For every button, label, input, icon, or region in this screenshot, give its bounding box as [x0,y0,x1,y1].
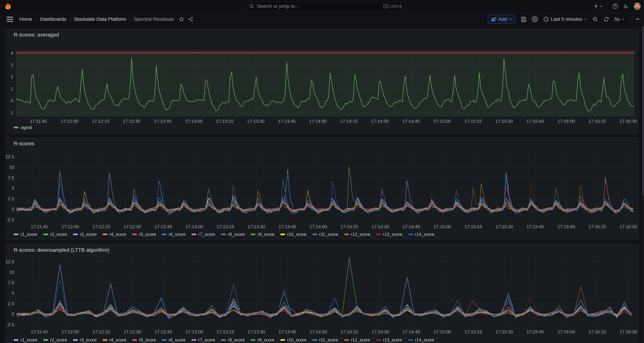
refresh-interval-picker[interactable]: 5s [614,17,624,22]
svg-text:17:15:45: 17:15:45 [526,119,544,124]
chart-canvas-rscores[interactable]: 12.5107.552.50-2.517:11:4517:12:0017:12:… [6,138,639,240]
clock-icon [543,16,549,22]
user-avatar[interactable] [634,3,641,10]
legend-item-r8_score[interactable]: r8_score [221,337,245,342]
legend-item-r4_score[interactable]: r4_score [102,232,126,237]
svg-text:2.5: 2.5 [8,196,14,201]
legend-item-r13_score[interactable]: r13_score [376,232,402,237]
legend-series-label: r11_score [319,337,338,342]
legend-item-r14_score[interactable]: r14_score [408,337,434,342]
legend-item-r9_score[interactable]: r9_score [251,337,274,342]
legend-item-r1_score[interactable]: r1_score [14,337,37,342]
add-panel-button[interactable]: Add [488,15,516,24]
breadcrumb: Home › Dashboards › Stackable Data Platf… [19,13,193,26]
svg-text:17:13:00: 17:13:00 [186,329,203,334]
time-range-picker[interactable]: Last 5 minutes [543,16,587,22]
svg-text:5: 5 [12,186,14,191]
legend-item-signal[interactable]: signal [14,125,32,130]
legend-item-r3_score[interactable]: r3_score [73,337,97,342]
legend-series-color [102,234,108,235]
collapse-toolbar-button[interactable] [635,17,640,22]
chart-canvas-averaged[interactable]: 43210-117:11:4517:12:0017:12:1517:12:301… [6,29,639,134]
menu-toggle-button[interactable] [6,17,13,22]
legend-item-r5_score[interactable]: r5_score [132,232,156,237]
legend-item-r8_score[interactable]: r8_score [221,232,245,237]
legend-item-r10_score[interactable]: r10_score [280,232,306,237]
legend-item-r2_score[interactable]: r2_score [43,232,67,237]
legend-item-r12_score[interactable]: r12_score [344,337,370,342]
help-button[interactable] [612,3,618,9]
legend-series-color [14,339,18,341]
legend-item-r6_score[interactable]: r6_score [162,337,186,342]
svg-text:17:16:30: 17:16:30 [620,224,637,229]
search-icon [249,4,254,9]
grafana-logo[interactable] [4,3,12,10]
save-dashboard-button[interactable] [521,16,526,22]
legend-item-r3_score[interactable]: r3_score [73,232,97,237]
zoom-out-time-button[interactable] [592,16,598,22]
svg-text:17:14:00: 17:14:00 [310,329,327,334]
breadcrumb-dashboards[interactable]: Dashboards [40,17,66,22]
svg-text:17:12:15: 17:12:15 [92,224,110,229]
legend-item-r11_score[interactable]: r11_score [312,337,338,342]
breadcrumb-folder[interactable]: Stackable Data Platform [74,17,126,22]
legend-series-color [251,339,256,341]
breadcrumb-home[interactable]: Home [19,17,32,22]
legend-series-color [162,234,166,235]
legend-item-r9_score[interactable]: r9_score [251,232,274,237]
save-icon [521,16,526,22]
svg-text:17:15:30: 17:15:30 [496,329,513,334]
svg-text:17:12:00: 17:12:00 [61,119,78,124]
legend-series-label: r12_score [351,232,370,237]
chevron-down-icon [600,5,603,8]
share-icon[interactable] [188,17,193,22]
panel-title[interactable]: R-scores: averaged [14,32,59,38]
panel-title[interactable]: R-scores: downsampled (LTTB algorithm) [14,247,109,253]
svg-text:2: 2 [11,74,13,80]
legend-series-color [344,234,349,235]
legend-series-label: r3_score [80,232,97,237]
legend-series-label: signal [20,125,32,130]
svg-text:-1: -1 [9,110,13,115]
legend-item-r1_score[interactable]: r1_score [14,232,37,237]
legend-item-r4_score[interactable]: r4_score [102,337,126,342]
search-input[interactable]: Search or jump to... ctrl+k [246,2,406,11]
legend-series-color [312,339,317,341]
dashboard-settings-button[interactable] [532,16,538,22]
legend-item-r6_score[interactable]: r6_score [162,232,186,237]
scrollbar-thumb[interactable] [642,26,644,196]
legend-series-label: r5_score [139,232,156,237]
legend-series-label: r14_score [415,337,434,342]
svg-text:17:13:45: 17:13:45 [278,224,296,229]
page-scrollbar[interactable] [642,26,644,343]
legend-item-r13_score[interactable]: r13_score [376,337,402,342]
svg-text:7.5: 7.5 [8,280,14,285]
legend-series-color [14,127,18,128]
legend-item-r7_score[interactable]: r7_score [192,232,215,237]
svg-text:3: 3 [11,62,13,68]
legend-item-r7_score[interactable]: r7_score [192,337,215,342]
svg-text:17:14:45: 17:14:45 [402,329,420,334]
legend-series-label: r13_score [383,232,402,237]
legend-item-r14_score[interactable]: r14_score [408,232,434,237]
add-new-button[interactable]: + [594,2,603,11]
legend-series-label: r7_score [198,232,215,237]
news-button[interactable] [623,3,629,9]
legend-item-r2_score[interactable]: r2_score [43,337,67,342]
svg-text:17:12:30: 17:12:30 [124,329,141,334]
legend-item-r5_score[interactable]: r5_score [132,337,156,342]
favorite-star-icon[interactable] [179,17,184,22]
legend-item-r10_score[interactable]: r10_score [280,337,306,342]
add-panel-label: Add [498,17,507,22]
add-panel-icon [491,17,496,22]
legend-item-r12_score[interactable]: r12_score [344,232,370,237]
refresh-button[interactable] [603,16,609,22]
zoom-out-icon [592,16,598,22]
svg-text:7.5: 7.5 [8,175,14,180]
legend-series-label: r7_score [198,337,215,342]
legend-series-label: r10_score [287,337,306,342]
chart-canvas-downsampled[interactable]: 12.5107.552.50-2.517:11:4517:12:0017:12:… [6,244,639,343]
panel-title[interactable]: R-scores [14,141,34,146]
legend-series-color [376,234,381,235]
legend-item-r11_score[interactable]: r11_score [312,232,338,237]
